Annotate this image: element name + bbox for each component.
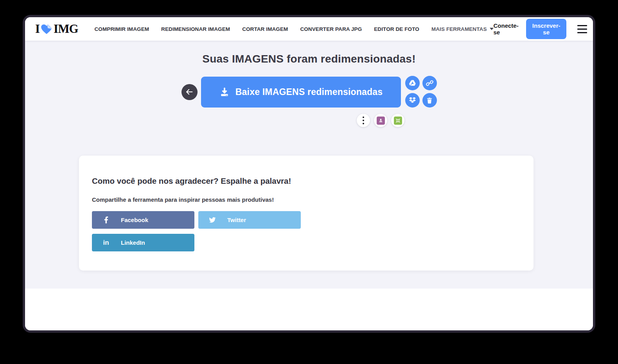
facebook-icon (102, 216, 110, 224)
nav-item-cortar[interactable]: CORTAR IMAGEM (242, 26, 288, 32)
navbar-right: Conecte-se Inscrever-se (494, 19, 587, 39)
more-options-icon[interactable] (357, 114, 370, 127)
page-title: Suas IMAGENS foram redimensionadas! (25, 41, 593, 65)
share-button-label: Facebook (121, 217, 148, 223)
iloveimg-logo[interactable]: I IMG (35, 22, 78, 36)
download-icon (219, 86, 230, 97)
watermark-chip (377, 117, 385, 125)
twitter-icon (208, 217, 216, 223)
heart-folded-corner-icon (41, 23, 52, 34)
logo-text-img: IMG (54, 22, 78, 36)
linkedin-icon: in (102, 239, 110, 247)
watermark-stamp-icon[interactable] (374, 114, 387, 127)
share-twitter-button[interactable]: Twitter (198, 211, 301, 229)
chevron-down-icon (490, 28, 494, 30)
signup-button[interactable]: Inscrever-se (526, 19, 567, 39)
back-button[interactable] (181, 84, 198, 100)
nav-item-editor[interactable]: EDITOR DE FOTO (374, 26, 419, 32)
nav-item-converter[interactable]: CONVERTER PARA JPG (300, 26, 362, 32)
nav-item-label: MAIS FERRAMENTAS (431, 26, 487, 32)
login-link[interactable]: Conecte-se (494, 22, 520, 36)
download-button-label: Baixe IMAGENS redimensionadas (235, 87, 383, 97)
main-content: Suas IMAGENS foram redimensionadas! Baix… (25, 41, 593, 289)
logo-text-i: I (35, 22, 40, 36)
mini-actions-row (97, 114, 593, 127)
page-footer (25, 289, 593, 330)
share-facebook-button[interactable]: Facebook (92, 211, 194, 229)
browser-page: I IMG COMPRIMIR IMAGEM REDIMENSIONAR IMA… (25, 17, 593, 330)
arrow-left-icon (185, 88, 194, 96)
link-icon[interactable] (422, 76, 437, 90)
share-button-label: LinkedIn (121, 239, 145, 246)
google-drive-icon[interactable] (405, 76, 420, 90)
share-card: Como você pode nos agradecer? Espalhe a … (79, 156, 534, 271)
kebab-dots (363, 117, 364, 124)
compress-chip (394, 117, 402, 125)
hamburger-icon[interactable] (577, 25, 587, 33)
dropbox-icon[interactable] (405, 93, 420, 108)
top-navbar: I IMG COMPRIMIR IMAGEM REDIMENSIONAR IMA… (25, 17, 593, 41)
share-card-title: Como você pode nos agradecer? Espalhe a … (92, 176, 521, 186)
nav-item-redimensionar[interactable]: REDIMENSIONAR IMAGEM (161, 26, 230, 32)
share-linkedin-button[interactable]: in LinkedIn (92, 234, 194, 251)
cloud-actions (405, 76, 437, 108)
compress-arrows-icon[interactable] (391, 114, 404, 127)
share-buttons: Facebook Twitter in LinkedIn (92, 211, 521, 251)
nav-item-mais-ferramentas[interactable]: MAIS FERRAMENTAS (431, 26, 494, 32)
download-button[interactable]: Baixe IMAGENS redimensionadas (201, 77, 401, 108)
trash-icon[interactable] (422, 93, 437, 108)
share-card-subtitle: Compartilhe a ferramenta para inspirar p… (92, 196, 521, 203)
share-button-label: Twitter (227, 217, 246, 223)
nav-menu: COMPRIMIR IMAGEM REDIMENSIONAR IMAGEM CO… (95, 26, 494, 32)
nav-item-comprimir[interactable]: COMPRIMIR IMAGEM (95, 26, 149, 32)
download-row: Baixe IMAGENS redimensionadas (25, 75, 593, 108)
